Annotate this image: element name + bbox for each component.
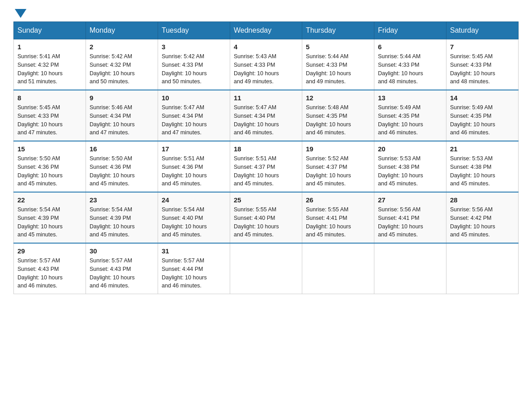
day-number: 21 — [450, 145, 515, 153]
calendar-week-row: 15Sunrise: 5:50 AMSunset: 4:36 PMDayligh… — [14, 141, 519, 192]
day-info: Sunrise: 5:49 AMSunset: 4:35 PMDaylight:… — [450, 103, 515, 137]
calendar-week-row: 8Sunrise: 5:45 AMSunset: 4:33 PMDaylight… — [14, 90, 519, 141]
calendar-cell: 18Sunrise: 5:51 AMSunset: 4:37 PMDayligh… — [230, 141, 302, 192]
calendar-cell: 4Sunrise: 5:43 AMSunset: 4:33 PMDaylight… — [230, 39, 302, 90]
calendar-table: SundayMondayTuesdayWednesdayThursdayFrid… — [13, 21, 519, 294]
day-number: 17 — [162, 145, 226, 153]
calendar-cell: 12Sunrise: 5:48 AMSunset: 4:35 PMDayligh… — [302, 90, 374, 141]
day-info: Sunrise: 5:49 AMSunset: 4:35 PMDaylight:… — [378, 103, 442, 137]
calendar-cell: 14Sunrise: 5:49 AMSunset: 4:35 PMDayligh… — [446, 90, 519, 141]
calendar-header-row: SundayMondayTuesdayWednesdayThursdayFrid… — [14, 22, 519, 39]
day-number: 9 — [90, 94, 154, 102]
calendar-cell: 5Sunrise: 5:44 AMSunset: 4:33 PMDaylight… — [302, 39, 374, 90]
day-number: 19 — [306, 145, 370, 153]
day-info: Sunrise: 5:53 AMSunset: 4:38 PMDaylight:… — [450, 154, 515, 188]
calendar-cell: 3Sunrise: 5:42 AMSunset: 4:33 PMDaylight… — [158, 39, 230, 90]
day-number: 25 — [234, 196, 298, 204]
page-header — [13, 9, 519, 17]
day-number: 23 — [90, 196, 154, 204]
calendar-cell: 7Sunrise: 5:45 AMSunset: 4:33 PMDaylight… — [446, 39, 519, 90]
calendar-cell — [374, 243, 446, 294]
calendar-cell: 2Sunrise: 5:42 AMSunset: 4:32 PMDaylight… — [86, 39, 158, 90]
calendar-cell: 28Sunrise: 5:56 AMSunset: 4:42 PMDayligh… — [446, 192, 519, 243]
day-number: 14 — [450, 94, 515, 102]
day-info: Sunrise: 5:43 AMSunset: 4:33 PMDaylight:… — [234, 52, 298, 86]
calendar-cell: 13Sunrise: 5:49 AMSunset: 4:35 PMDayligh… — [374, 90, 446, 141]
day-info: Sunrise: 5:45 AMSunset: 4:33 PMDaylight:… — [450, 52, 515, 86]
day-number: 4 — [234, 43, 298, 51]
weekday-header-tuesday: Tuesday — [158, 22, 230, 39]
day-number: 7 — [450, 43, 515, 51]
day-number: 16 — [90, 145, 154, 153]
calendar-cell: 16Sunrise: 5:50 AMSunset: 4:36 PMDayligh… — [86, 141, 158, 192]
day-info: Sunrise: 5:55 AMSunset: 4:40 PMDaylight:… — [234, 206, 298, 239]
day-info: Sunrise: 5:54 AMSunset: 4:39 PMDaylight:… — [90, 206, 154, 239]
day-number: 29 — [17, 247, 82, 255]
day-info: Sunrise: 5:57 AMSunset: 4:43 PMDaylight:… — [17, 257, 82, 290]
calendar-cell: 27Sunrise: 5:56 AMSunset: 4:41 PMDayligh… — [374, 192, 446, 243]
weekday-header-sunday: Sunday — [14, 22, 86, 39]
calendar-cell: 19Sunrise: 5:52 AMSunset: 4:37 PMDayligh… — [302, 141, 374, 192]
day-number: 24 — [162, 196, 226, 204]
calendar-cell — [446, 243, 519, 294]
day-info: Sunrise: 5:56 AMSunset: 4:42 PMDaylight:… — [450, 206, 515, 239]
day-number: 30 — [90, 247, 154, 255]
day-number: 15 — [17, 145, 82, 153]
weekday-header-saturday: Saturday — [446, 22, 519, 39]
day-number: 26 — [306, 196, 370, 204]
day-info: Sunrise: 5:44 AMSunset: 4:33 PMDaylight:… — [306, 52, 370, 86]
day-number: 18 — [234, 145, 298, 153]
day-number: 1 — [17, 43, 82, 51]
day-info: Sunrise: 5:41 AMSunset: 4:32 PMDaylight:… — [17, 52, 82, 86]
day-info: Sunrise: 5:46 AMSunset: 4:34 PMDaylight:… — [90, 103, 154, 137]
logo-triangle-icon — [15, 9, 26, 18]
calendar-cell: 15Sunrise: 5:50 AMSunset: 4:36 PMDayligh… — [14, 141, 86, 192]
calendar-cell: 30Sunrise: 5:57 AMSunset: 4:43 PMDayligh… — [86, 243, 158, 294]
day-number: 13 — [378, 94, 442, 102]
weekday-header-wednesday: Wednesday — [230, 22, 302, 39]
day-info: Sunrise: 5:47 AMSunset: 4:34 PMDaylight:… — [234, 103, 298, 137]
calendar-cell — [302, 243, 374, 294]
calendar-week-row: 29Sunrise: 5:57 AMSunset: 4:43 PMDayligh… — [14, 243, 519, 294]
calendar-cell: 9Sunrise: 5:46 AMSunset: 4:34 PMDaylight… — [86, 90, 158, 141]
day-info: Sunrise: 5:48 AMSunset: 4:35 PMDaylight:… — [306, 103, 370, 137]
day-info: Sunrise: 5:57 AMSunset: 4:43 PMDaylight:… — [90, 257, 154, 290]
calendar-cell: 6Sunrise: 5:44 AMSunset: 4:33 PMDaylight… — [374, 39, 446, 90]
day-info: Sunrise: 5:42 AMSunset: 4:33 PMDaylight:… — [162, 52, 226, 86]
day-info: Sunrise: 5:47 AMSunset: 4:34 PMDaylight:… — [162, 103, 226, 137]
day-number: 11 — [234, 94, 298, 102]
day-info: Sunrise: 5:54 AMSunset: 4:39 PMDaylight:… — [17, 206, 82, 239]
day-info: Sunrise: 5:56 AMSunset: 4:41 PMDaylight:… — [378, 206, 442, 239]
day-info: Sunrise: 5:44 AMSunset: 4:33 PMDaylight:… — [378, 52, 442, 86]
day-info: Sunrise: 5:50 AMSunset: 4:36 PMDaylight:… — [17, 154, 82, 188]
day-number: 31 — [162, 247, 226, 255]
day-info: Sunrise: 5:55 AMSunset: 4:41 PMDaylight:… — [306, 206, 370, 239]
day-number: 5 — [306, 43, 370, 51]
day-number: 3 — [162, 43, 226, 51]
day-info: Sunrise: 5:53 AMSunset: 4:38 PMDaylight:… — [378, 154, 442, 188]
day-info: Sunrise: 5:52 AMSunset: 4:37 PMDaylight:… — [306, 154, 370, 188]
calendar-cell: 8Sunrise: 5:45 AMSunset: 4:33 PMDaylight… — [14, 90, 86, 141]
day-number: 22 — [17, 196, 82, 204]
calendar-cell: 29Sunrise: 5:57 AMSunset: 4:43 PMDayligh… — [14, 243, 86, 294]
calendar-cell: 22Sunrise: 5:54 AMSunset: 4:39 PMDayligh… — [14, 192, 86, 243]
day-number: 6 — [378, 43, 442, 51]
day-info: Sunrise: 5:45 AMSunset: 4:33 PMDaylight:… — [17, 103, 82, 137]
calendar-cell: 10Sunrise: 5:47 AMSunset: 4:34 PMDayligh… — [158, 90, 230, 141]
day-info: Sunrise: 5:50 AMSunset: 4:36 PMDaylight:… — [90, 154, 154, 188]
calendar-week-row: 22Sunrise: 5:54 AMSunset: 4:39 PMDayligh… — [14, 192, 519, 243]
weekday-header-friday: Friday — [374, 22, 446, 39]
calendar-cell: 20Sunrise: 5:53 AMSunset: 4:38 PMDayligh… — [374, 141, 446, 192]
day-number: 10 — [162, 94, 226, 102]
day-number: 2 — [90, 43, 154, 51]
day-number: 28 — [450, 196, 515, 204]
day-info: Sunrise: 5:51 AMSunset: 4:37 PMDaylight:… — [234, 154, 298, 188]
calendar-cell: 23Sunrise: 5:54 AMSunset: 4:39 PMDayligh… — [86, 192, 158, 243]
weekday-header-thursday: Thursday — [302, 22, 374, 39]
calendar-cell: 21Sunrise: 5:53 AMSunset: 4:38 PMDayligh… — [446, 141, 519, 192]
calendar-cell: 26Sunrise: 5:55 AMSunset: 4:41 PMDayligh… — [302, 192, 374, 243]
calendar-week-row: 1Sunrise: 5:41 AMSunset: 4:32 PMDaylight… — [14, 39, 519, 90]
calendar-cell: 31Sunrise: 5:57 AMSunset: 4:44 PMDayligh… — [158, 243, 230, 294]
calendar-cell: 24Sunrise: 5:54 AMSunset: 4:40 PMDayligh… — [158, 192, 230, 243]
day-number: 12 — [306, 94, 370, 102]
